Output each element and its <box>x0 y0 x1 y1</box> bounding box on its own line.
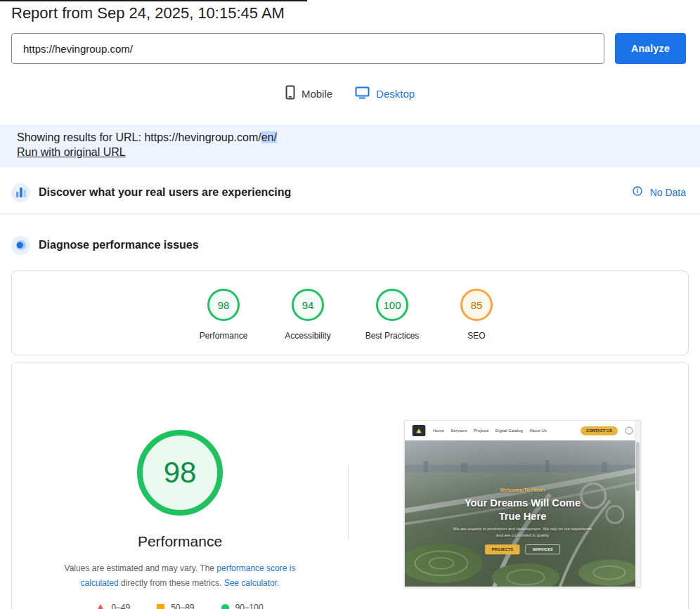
site-nav-links: Home Services Projects Digital Catalog A… <box>433 428 547 433</box>
redirect-banner: Showing results for URL: https://hevingr… <box>0 124 700 167</box>
site-preview-page: Home Services Projects Digital Catalog A… <box>405 421 640 587</box>
field-data-status: No Data <box>632 185 686 199</box>
site-nav-services: Services <box>451 428 467 433</box>
performance-gauge-column: 98 Performance Values are estimated and … <box>12 362 348 609</box>
site-cta-row: PROJECTS SERVICES <box>485 544 560 554</box>
score-performance[interactable]: 98 Performance <box>188 289 259 341</box>
legend-pass: 90–100 <box>221 603 264 609</box>
score-disclaimer: Values are estimated and may vary. The p… <box>46 561 314 591</box>
score-performance-gauge: 98 <box>207 289 240 321</box>
redirect-url-prefix: Showing results for URL: https://hevingr… <box>17 131 261 143</box>
score-accessibility-gauge: 94 <box>292 289 324 321</box>
site-nav-digital-catalog: Digital Catalog <box>495 428 523 433</box>
legend-pass-range: 90–100 <box>235 603 264 609</box>
analyze-button[interactable]: Analyze <box>615 33 686 64</box>
performance-detail-card: 98 Performance Values are estimated and … <box>11 362 689 609</box>
desktop-monitor-icon <box>355 86 370 101</box>
screenshot-column: Home Services Projects Digital Catalog A… <box>349 362 688 609</box>
site-screenshot-preview: Home Services Projects Digital Catalog A… <box>404 420 641 587</box>
site-contact-button: CONTACT US <box>581 426 618 436</box>
url-input[interactable] <box>11 33 604 64</box>
score-legend: 0–49 50–89 90–100 <box>96 603 263 609</box>
info-icon[interactable] <box>632 185 643 199</box>
green-circle-icon <box>221 604 229 609</box>
section-divider <box>0 214 700 214</box>
legend-fail-range: 0–49 <box>111 603 130 609</box>
site-hero-overlay: Welcome To Hevin Your Dreams Will Come T… <box>405 440 640 587</box>
site-nav-projects: Projects <box>474 428 489 433</box>
site-subline: We are experts in production and develop… <box>452 526 592 539</box>
site-welcome-text: Welcome To Hevin <box>500 487 545 493</box>
field-data-section-header: Discover what your real users are experi… <box>11 183 689 202</box>
preview-scrollbar-thumb <box>636 442 640 491</box>
preview-scrollbar <box>635 421 640 587</box>
site-services-button: SERVICES <box>526 544 560 554</box>
site-preview-navbar: Home Services Projects Digital Catalog A… <box>405 421 640 440</box>
lab-data-icon <box>11 236 30 255</box>
score-accessibility[interactable]: 94 Accessibility <box>273 289 343 341</box>
device-tabs: Mobile Desktop <box>0 82 700 105</box>
field-data-title: Discover what your real users are experi… <box>39 186 291 199</box>
site-projects-button: PROJECTS <box>485 544 520 554</box>
legend-average-range: 50–89 <box>171 603 194 609</box>
no-data-label: No Data <box>650 187 686 198</box>
site-hero: Welcome To Hevin Your Dreams Will Come T… <box>405 440 640 587</box>
score-seo-gauge: 85 <box>460 289 493 321</box>
site-nav-about-us: About Us <box>529 428 547 433</box>
score-performance-label: Performance <box>200 331 248 341</box>
site-headline: Your Dreams Will Come True Here <box>464 497 581 523</box>
redirect-banner-text: Showing results for URL: https://hevingr… <box>17 131 683 145</box>
window-top-edge <box>0 0 307 1</box>
performance-gauge-label: Performance <box>138 533 222 550</box>
analyze-row: Analyze <box>11 33 689 64</box>
mobile-phone-icon <box>285 85 295 102</box>
redirect-url-highlight: en/ <box>261 131 277 143</box>
score-seo[interactable]: 85 SEO <box>441 289 512 341</box>
tab-mobile-label: Mobile <box>302 88 332 100</box>
tab-desktop-label: Desktop <box>376 88 415 100</box>
lab-data-title: Diagnose performance issues <box>39 239 199 251</box>
legend-fail: 0–49 <box>96 603 130 609</box>
run-original-url-link[interactable]: Run with original URL <box>17 145 126 159</box>
site-logo <box>413 425 426 436</box>
legend-average: 50–89 <box>157 603 194 609</box>
score-seo-label: SEO <box>467 331 485 341</box>
site-profile-icon <box>626 427 633 435</box>
performance-gauge: 98 <box>137 430 223 516</box>
site-nav-home: Home <box>433 428 444 433</box>
disclaimer-text-1: Values are estimated and may vary. The <box>65 563 217 573</box>
field-data-icon <box>11 183 30 202</box>
tab-mobile[interactable]: Mobile <box>285 85 332 102</box>
tab-desktop[interactable]: Desktop <box>355 86 415 101</box>
see-calculator-link[interactable]: See calculator. <box>224 578 280 588</box>
orange-square-icon <box>157 604 164 609</box>
disclaimer-text-2: directly from these metrics. <box>119 578 224 588</box>
lab-data-section-header: Diagnose performance issues <box>11 235 689 255</box>
report-title: Report from Sep 24, 2025, 10:15:45 AM <box>11 3 689 24</box>
score-best-practices-gauge: 100 <box>376 289 408 321</box>
score-accessibility-label: Accessibility <box>285 331 330 341</box>
red-triangle-icon <box>96 604 105 609</box>
score-best-practices[interactable]: 100 Best Practices <box>357 289 427 341</box>
score-best-practices-label: Best Practices <box>365 331 420 341</box>
category-scores-card: 98 Performance 94 Accessibility 100 Best… <box>11 270 689 355</box>
